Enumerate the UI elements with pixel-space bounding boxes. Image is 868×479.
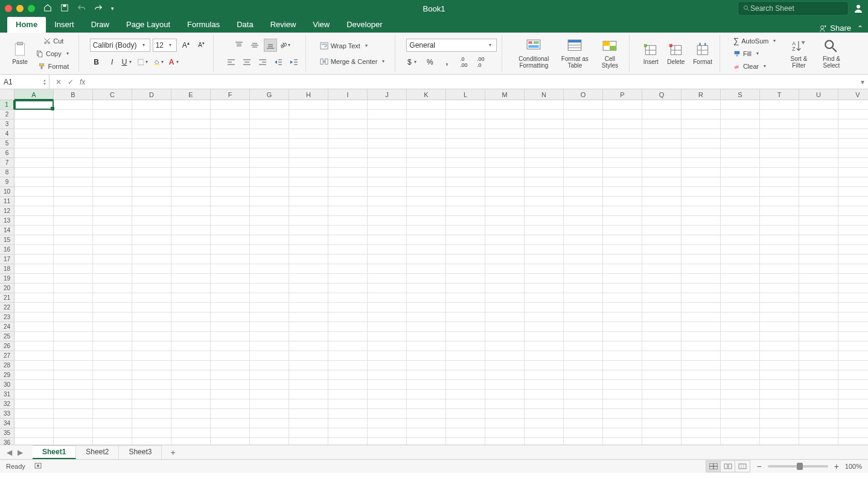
cell[interactable] — [132, 361, 171, 370]
cell[interactable] — [289, 216, 328, 226]
minimize-window-button[interactable] — [16, 5, 24, 12]
cell[interactable] — [54, 197, 93, 206]
cell[interactable] — [328, 139, 368, 148]
cell[interactable] — [54, 110, 93, 119]
cell[interactable] — [838, 119, 868, 129]
cell[interactable] — [93, 351, 132, 361]
cell[interactable] — [564, 216, 603, 226]
cell[interactable] — [54, 264, 93, 274]
cell[interactable] — [132, 351, 171, 361]
cell[interactable] — [799, 177, 838, 187]
cell[interactable] — [721, 245, 760, 255]
cell[interactable] — [132, 158, 171, 168]
cell[interactable] — [250, 351, 289, 361]
cell[interactable] — [760, 206, 799, 216]
cell[interactable] — [328, 303, 368, 312]
cell[interactable] — [211, 226, 250, 235]
cell[interactable] — [838, 303, 868, 312]
cell[interactable] — [525, 110, 564, 119]
cell[interactable] — [485, 206, 525, 216]
cell[interactable] — [838, 139, 868, 148]
cell[interactable] — [368, 226, 407, 235]
cell[interactable] — [171, 322, 211, 332]
cell[interactable] — [681, 293, 721, 303]
cell[interactable] — [250, 255, 289, 264]
cell[interactable] — [328, 235, 368, 245]
cell[interactable] — [760, 274, 799, 284]
row-header-8[interactable]: 8 — [0, 168, 14, 177]
cell[interactable] — [289, 245, 328, 255]
cell[interactable] — [564, 332, 603, 341]
cell[interactable] — [446, 341, 485, 351]
cell[interactable] — [171, 419, 211, 428]
cell[interactable] — [799, 274, 838, 284]
row-header-25[interactable]: 25 — [0, 332, 14, 341]
column-header-R[interactable]: R — [681, 89, 721, 100]
cell[interactable] — [721, 370, 760, 380]
cell[interactable] — [681, 100, 721, 110]
cell[interactable] — [14, 428, 54, 438]
cell[interactable] — [485, 274, 525, 284]
cell[interactable] — [54, 129, 93, 139]
cell[interactable] — [93, 177, 132, 187]
percent-format-button[interactable]: % — [423, 56, 436, 69]
cell[interactable] — [525, 235, 564, 245]
cell[interactable] — [681, 129, 721, 139]
cell[interactable] — [485, 332, 525, 341]
cell[interactable] — [838, 428, 868, 438]
row-header-20[interactable]: 20 — [0, 284, 14, 293]
cell[interactable] — [760, 351, 799, 361]
cell-styles-button[interactable]: Cell Styles — [595, 39, 624, 69]
cell[interactable] — [211, 100, 250, 110]
cell[interactable] — [485, 129, 525, 139]
cell[interactable] — [132, 341, 171, 351]
cell[interactable] — [289, 428, 328, 438]
column-header-M[interactable]: M — [485, 89, 525, 100]
cell[interactable] — [132, 399, 171, 409]
orientation-button[interactable]: ab▾ — [279, 39, 293, 52]
cell[interactable] — [93, 148, 132, 158]
cell[interactable] — [642, 341, 681, 351]
column-header-A[interactable]: A — [14, 89, 54, 100]
macro-record-icon[interactable] — [34, 462, 42, 471]
cell[interactable] — [328, 187, 368, 197]
cell[interactable] — [485, 351, 525, 361]
cell[interactable] — [760, 341, 799, 351]
cell[interactable] — [525, 216, 564, 226]
cell[interactable] — [564, 284, 603, 293]
cell[interactable] — [328, 341, 368, 351]
cell[interactable] — [760, 264, 799, 274]
cell[interactable] — [603, 399, 642, 409]
cell[interactable] — [525, 274, 564, 284]
cell[interactable] — [681, 177, 721, 187]
cell[interactable] — [525, 332, 564, 341]
cell[interactable] — [93, 216, 132, 226]
cell[interactable] — [838, 206, 868, 216]
cell[interactable] — [485, 399, 525, 409]
cell[interactable] — [485, 110, 525, 119]
cell[interactable] — [171, 380, 211, 390]
cell[interactable] — [721, 284, 760, 293]
cell[interactable] — [681, 390, 721, 399]
cell[interactable] — [564, 428, 603, 438]
cancel-formula-icon[interactable]: ✕ — [56, 78, 62, 86]
cell[interactable] — [564, 255, 603, 264]
cell[interactable] — [681, 158, 721, 168]
cell[interactable] — [368, 284, 407, 293]
cell[interactable] — [642, 148, 681, 158]
cell[interactable] — [603, 187, 642, 197]
cell[interactable] — [446, 399, 485, 409]
cell[interactable] — [368, 341, 407, 351]
row-header-14[interactable]: 14 — [0, 226, 14, 235]
cell[interactable] — [721, 158, 760, 168]
cell[interactable] — [14, 322, 54, 332]
cell[interactable] — [171, 206, 211, 216]
cell[interactable] — [132, 274, 171, 284]
cell[interactable] — [211, 187, 250, 197]
cell[interactable] — [211, 284, 250, 293]
cell[interactable] — [289, 370, 328, 380]
cell[interactable] — [211, 428, 250, 438]
cell[interactable] — [838, 284, 868, 293]
cell[interactable] — [485, 139, 525, 148]
cell[interactable] — [250, 158, 289, 168]
